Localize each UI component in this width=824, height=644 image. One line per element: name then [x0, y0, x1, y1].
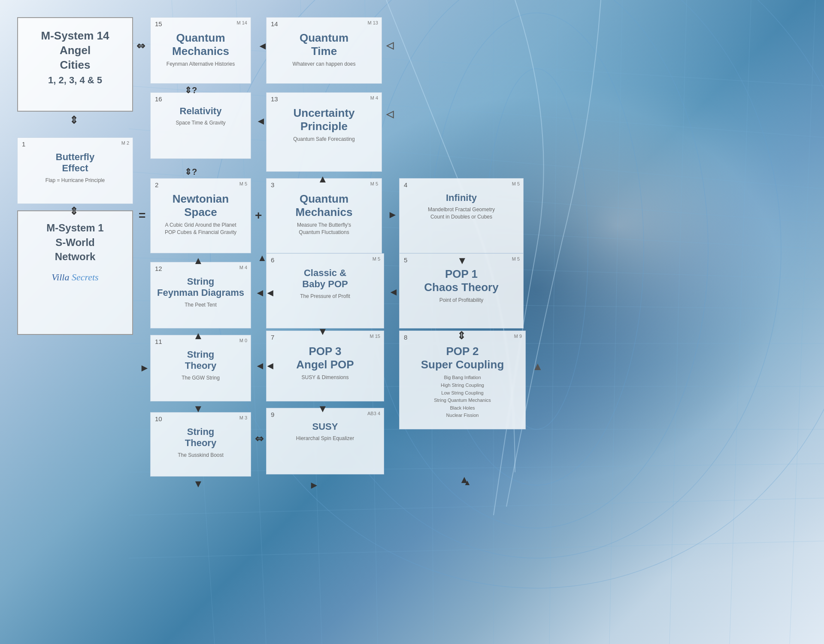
arrow-6-5: ◄	[388, 287, 399, 297]
arrow-6-down: ▼	[318, 326, 328, 337]
card11-subtitle: The GGW String	[156, 374, 245, 382]
card1-m: M 2	[121, 140, 129, 146]
card-string-theory-10: 10 M 3 String Theory The Susskind Boost	[150, 412, 251, 477]
card-susy: 9 AB3 4 SUSY Hierarchal Spin Equalizer	[266, 408, 384, 474]
card2-m: M 5	[239, 181, 247, 186]
card1-subtitle: Flap = Hurricane Principle	[23, 177, 127, 184]
msystem-subtitle: 1, 2, 3, 4 & 5	[23, 75, 127, 86]
arrow-9-bottom: ►	[309, 480, 319, 490]
arrow-12-down: ▲	[193, 331, 203, 341]
card-quantum-mechanics-top: 15 M 14 Quantum Mechanics Feynman Altern…	[150, 17, 251, 84]
arrow-14-left: ◄	[258, 41, 268, 51]
arrow-2-down: ▲	[193, 255, 203, 266]
card6-subtitle: The Pressure of Profit	[272, 293, 379, 300]
card6-m: M 5	[373, 256, 380, 261]
card1-title: Butterfly Effect	[23, 152, 127, 174]
card4-m: M 5	[512, 181, 520, 186]
card8-m: M 9	[514, 334, 522, 339]
card10-title: String Theory	[156, 426, 245, 449]
card9-subtitle: Hierarchal Spin Equalizer	[272, 435, 379, 442]
arrow-16-right: ◄	[256, 116, 266, 126]
card4-title: Infinity	[405, 192, 518, 204]
card-quantum-time: 14 M 13 Quantum Time Whatever can happen…	[266, 17, 382, 84]
arrow-plus: +	[255, 210, 262, 222]
card12-subtitle: The Peet Tent	[156, 301, 245, 309]
villa-secrets-text: Villa Secrets	[23, 272, 127, 283]
card7-subtitle: SUSY & Dimensions	[272, 374, 379, 381]
card9-m: AB3 4	[367, 411, 380, 416]
arrow-7-down: ▼	[318, 404, 328, 414]
card4-subtitle: Mandelbrot Fractal Geometry Count in Dou…	[405, 206, 518, 221]
arrow-right-side: ▲	[532, 361, 543, 372]
card6-num: 6	[271, 256, 274, 264]
msystem-title-card: M-System 14 Angel Cities 1, 2, 3, 4 & 5	[17, 17, 133, 112]
card-pop2-super-coupling: 8 M 9 POP 2 Super Coupling Big Bang Infl…	[399, 331, 526, 429]
arrow-14-right: ◁	[386, 41, 394, 50]
card16-num: 16	[155, 95, 162, 103]
arrow-13-right: ◁	[386, 109, 394, 119]
arrow-equals: =	[139, 210, 145, 222]
card11-m: M 0	[239, 338, 247, 343]
card-string-feynman: 12 M 4 String Feynman Diagrams The Peet …	[150, 262, 251, 328]
card6-title: Classic & Baby POP	[272, 267, 379, 290]
card15-num: 15	[155, 20, 162, 27]
arrow-13-down: ▲	[318, 174, 328, 184]
card3-num: 3	[271, 181, 274, 188]
arrow-8-bottom2: ▲	[464, 479, 471, 486]
msystem-title-text: M-System 14 Angel Cities	[23, 29, 127, 72]
card-butterfly-effect: 1 M 2 Butterfly Effect Flap = Hurricane …	[17, 137, 133, 204]
arrow-10-9: ⇔	[255, 434, 264, 444]
card-string-theory-11: 11 M 0 String Theory The GGW String	[150, 335, 251, 401]
card8-title: POP 2 Super Coupling	[405, 345, 520, 371]
msystem-title: M-System 14 Angel Cities	[23, 29, 127, 72]
card11-title: String Theory	[156, 349, 245, 372]
card-newtonian-space: 2 M 5 Newtonian Space A Cubic Grid Aroun…	[150, 178, 251, 253]
arrow-11-7: ◄◄	[255, 361, 276, 371]
card-classic-baby-pop: 6 M 5 Classic & Baby POP The Pressure of…	[266, 253, 384, 328]
card13-num: 13	[271, 95, 278, 103]
card5-title: POP 1 Chaos Theory	[405, 267, 518, 294]
card7-title: POP 3 Angel POP	[272, 345, 379, 371]
card9-title: SUSY	[272, 421, 379, 432]
msystem1-card: M-System 1 S-World Network Villa Secrets	[17, 210, 133, 335]
msystem1-title: M-System 1 S-World Network	[23, 221, 127, 264]
arrow-5-8-updown: ⇕	[457, 331, 466, 341]
card13-m: M 4	[370, 95, 378, 100]
card13-title: Uncertainty Principle	[272, 106, 376, 133]
card12-title: String Feynman Diagrams	[156, 276, 245, 299]
card9-num: 9	[271, 411, 274, 418]
card3-subtitle: Measure The Butterfly's Quantum Fluctuat…	[272, 222, 376, 236]
card12-m: M 4	[239, 265, 247, 270]
card2-title: Newtonian Space	[156, 192, 245, 219]
arrow-4-down: ▼	[457, 255, 467, 266]
arrow-10-bottom: ▼	[193, 479, 203, 489]
arrow-16-2-down: ⇕?	[185, 167, 197, 176]
card5-num: 5	[404, 256, 407, 264]
arrow-11-down: ▼	[193, 404, 203, 414]
card11-num: 11	[155, 338, 162, 345]
card4-num: 4	[404, 181, 407, 188]
card7-num: 7	[271, 334, 274, 341]
card-pop3-angel-pop: 7 M 15 POP 3 Angel POP SUSY & Dimensions	[266, 331, 384, 401]
card16-title: Relativity	[156, 106, 245, 117]
card10-m: M 3	[239, 415, 247, 420]
arrow-12-6: ◄◄	[255, 288, 276, 298]
card2-num: 2	[155, 181, 158, 188]
card-infinity: 4 M 5 Infinity Mandelbrot Fractal Geomet…	[399, 178, 524, 253]
card-uncertainty-principle: 13 M 4 Uncertainty Principle Quantum Saf…	[266, 92, 382, 172]
card10-subtitle: The Susskind Boost	[156, 452, 245, 459]
card3-m: M 5	[370, 181, 378, 186]
arrow-11-left: ►	[139, 363, 150, 373]
card15-title: Quantum Mechanics	[156, 31, 245, 58]
arrow-msystem-down: ⇕	[70, 115, 78, 125]
arrow-3-4: ►	[388, 210, 398, 220]
card-quantum-mechanics-bottom: 3 M 5 Quantum Mechanics Measure The Butt…	[266, 178, 382, 253]
card14-title: Quantum Time	[272, 31, 376, 58]
card13-subtitle: Quantum Safe Forecasting	[272, 136, 376, 143]
arrow-15-16-down: ⇕?	[185, 86, 197, 94]
card14-num: 14	[271, 20, 278, 27]
card15-subtitle: Feynman Alternative Histories	[156, 61, 245, 68]
card8-subtitle-list: Big Bang Inflation High String Coupling …	[405, 374, 520, 419]
card3-title: Quantum Mechanics	[272, 192, 376, 219]
card14-subtitle: Whatever can happen does	[272, 61, 376, 68]
